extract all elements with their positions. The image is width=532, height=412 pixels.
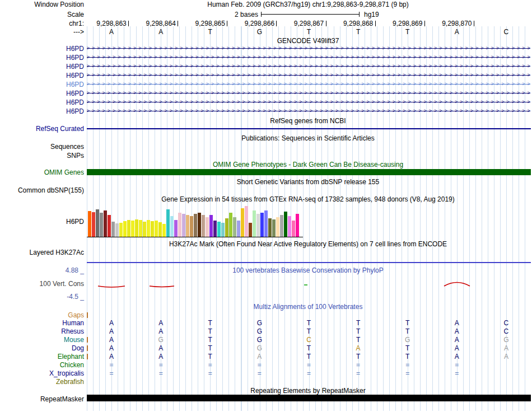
gtex-expression-bar[interactable]	[268, 218, 272, 237]
gencode-transcript-label[interactable]: H6PD	[0, 54, 84, 62]
gencode-transcript-line[interactable]: >>>>>>>>>>>>>>>>>>>>>>>>>>>>>>>>>>>>>>>>…	[87, 63, 530, 71]
gtex-expression-bar[interactable]	[280, 215, 283, 237]
gtex-expression-bar[interactable]	[229, 213, 232, 237]
gtex-expression-bar[interactable]	[288, 216, 291, 237]
gtex-expression-bar[interactable]	[170, 216, 174, 237]
gtex-expression-bar[interactable]	[272, 219, 276, 237]
gtex-expression-bar[interactable]	[296, 214, 299, 237]
refseq-curated-label[interactable]: RefSeq Curated	[0, 125, 84, 133]
gtex-expression-bar[interactable]	[221, 223, 225, 237]
gtex-expression-bar[interactable]	[241, 208, 244, 237]
species-label[interactable]: X_tropicalis	[0, 369, 84, 377]
gtex-expression-bar[interactable]	[119, 223, 123, 237]
species-label[interactable]: Dog	[0, 344, 84, 352]
gtex-expression-bar[interactable]	[147, 220, 150, 237]
gtex-expression-bar[interactable]	[96, 209, 99, 237]
gencode-transcript-label[interactable]: H6PD	[0, 99, 84, 106]
gtex-expression-bar[interactable]	[111, 222, 115, 237]
gtex-gene-label[interactable]: H6PD	[0, 218, 84, 226]
gtex-expression-bar[interactable]	[131, 221, 134, 237]
species-label[interactable]: Mouse	[0, 336, 84, 344]
gtex-expression-bar[interactable]	[198, 213, 201, 237]
gtex-expression-bar[interactable]	[245, 206, 248, 237]
gtex-expression-bar[interactable]	[151, 221, 154, 237]
ruler-tick	[375, 21, 376, 26]
gencode-transcript-label[interactable]: H6PD	[0, 45, 84, 53]
gencode-transcript-label[interactable]: H6PD	[0, 72, 84, 79]
gencode-transcript-line[interactable]: >>>>>>>>>>>>>>>>>>>>>>>>>>>>>>>>>>>>>>>>…	[87, 90, 530, 97]
gtex-expression-bar[interactable]	[178, 213, 181, 237]
gtex-expression-bar[interactable]	[104, 210, 107, 237]
gtex-expression-bar[interactable]	[217, 222, 221, 237]
species-label[interactable]: Chicken	[0, 361, 84, 369]
gtex-expression-bar[interactable]	[260, 213, 264, 237]
gencode-transcript-line[interactable]: >>>>>>>>>>>>>>>>>>>>>>>>>>>>>>>>>>>>>>>>…	[87, 45, 530, 53]
gtex-expression-bar[interactable]	[202, 215, 205, 237]
gencode-transcript-line[interactable]: >>>>>>>>>>>>>>>>>>>>>>>>>>>>>>>>>>>>>>>>…	[87, 107, 530, 115]
refseq-curated-track[interactable]	[87, 128, 531, 129]
phylop-track[interactable]	[87, 278, 531, 300]
gtex-expression-bar[interactable]	[276, 217, 279, 237]
gtex-expression-bar[interactable]	[186, 215, 189, 237]
species-label[interactable]: Zebrafish	[0, 378, 84, 386]
gtex-expression-bar[interactable]	[158, 222, 162, 237]
gaps-label[interactable]: Gaps	[0, 311, 84, 319]
alignment-base: A	[451, 319, 463, 327]
gencode-transcript-label[interactable]: H6PD	[0, 90, 84, 97]
gtex-expression-bar[interactable]	[127, 220, 130, 237]
alignment-base: T	[353, 319, 364, 327]
gtex-expression-bar[interactable]	[88, 211, 91, 237]
gtex-expression-bar[interactable]	[233, 217, 236, 237]
species-label[interactable]: Rhesus	[0, 327, 84, 335]
gtex-expression-bar[interactable]	[139, 220, 142, 237]
omim-genes-label[interactable]: OMIM Genes	[0, 168, 84, 176]
gtex-expression-bar[interactable]	[92, 212, 95, 237]
gtex-expression-bar[interactable]	[190, 216, 193, 237]
gtex-expression-bar[interactable]	[115, 223, 119, 237]
repeatmasker-label[interactable]: RepeatMasker	[0, 395, 84, 403]
layered-h3k27ac-label[interactable]: Layered H3K27Ac	[0, 249, 84, 256]
gtex-expression-bar[interactable]	[237, 221, 240, 237]
gencode-transcript-label[interactable]: H6PD	[0, 107, 84, 115]
species-label[interactable]: Human	[0, 319, 84, 327]
gtex-expression-bar[interactable]	[100, 213, 103, 237]
gtex-expression-bar[interactable]	[284, 212, 287, 237]
gtex-expression-bar[interactable]	[194, 214, 197, 237]
gtex-expression-bar[interactable]	[182, 214, 185, 237]
gtex-expression-bar[interactable]	[166, 209, 170, 237]
gencode-transcript-line[interactable]: >>>>>>>>>>>>>>>>>>>>>>>>>>>>>>>>>>>>>>>>…	[87, 81, 530, 88]
gtex-expression-bar[interactable]	[249, 223, 252, 237]
gtex-expression-bar[interactable]	[253, 210, 256, 237]
common-dbsnp-label[interactable]: Common dbSNP(155)	[0, 186, 84, 194]
alignment-base: =	[304, 361, 315, 369]
publications-title: Publications: Sequences in Scientific Ar…	[87, 134, 529, 142]
h3k27ac-baseline[interactable]	[87, 262, 531, 263]
gtex-expression-bar[interactable]	[209, 215, 213, 237]
gtex-expression-bar[interactable]	[206, 217, 209, 237]
gtex-expression-bar[interactable]	[256, 214, 260, 237]
sequences-label[interactable]: Sequences	[0, 143, 84, 151]
gtex-expression-bar[interactable]	[174, 220, 178, 237]
gtex-expression-bar[interactable]	[162, 224, 166, 237]
alignment-base: =	[353, 361, 364, 369]
gencode-transcript-line[interactable]: >>>>>>>>>>>>>>>>>>>>>>>>>>>>>>>>>>>>>>>>…	[87, 72, 530, 79]
gtex-expression-bar[interactable]	[213, 221, 217, 237]
omim-genes-track[interactable]	[87, 169, 531, 175]
snps-label[interactable]: SNPs	[0, 152, 84, 160]
gtex-expression-bar[interactable]	[264, 210, 268, 237]
gtex-expression-bar[interactable]	[135, 219, 138, 237]
gencode-transcript-label[interactable]: H6PD	[0, 63, 84, 71]
gtex-expression-bar[interactable]	[123, 221, 127, 237]
gencode-transcript-label[interactable]: H6PD	[0, 81, 84, 88]
gencode-transcript-line[interactable]: >>>>>>>>>>>>>>>>>>>>>>>>>>>>>>>>>>>>>>>>…	[87, 54, 530, 62]
repeatmasker-track[interactable]	[87, 395, 531, 401]
alignment-base: A	[106, 344, 117, 352]
gtex-expression-bar[interactable]	[108, 215, 111, 237]
gtex-expression-bar[interactable]	[225, 218, 228, 237]
vert-cons-label[interactable]: 100 Vert. Cons	[0, 280, 84, 288]
species-label[interactable]: Elephant	[0, 353, 84, 360]
gtex-expression-bar[interactable]	[155, 221, 158, 237]
gtex-expression-bar[interactable]	[292, 221, 295, 237]
gencode-transcript-line[interactable]: >>>>>>>>>>>>>>>>>>>>>>>>>>>>>>>>>>>>>>>>…	[87, 99, 530, 106]
gtex-expression-bar[interactable]	[143, 222, 146, 237]
